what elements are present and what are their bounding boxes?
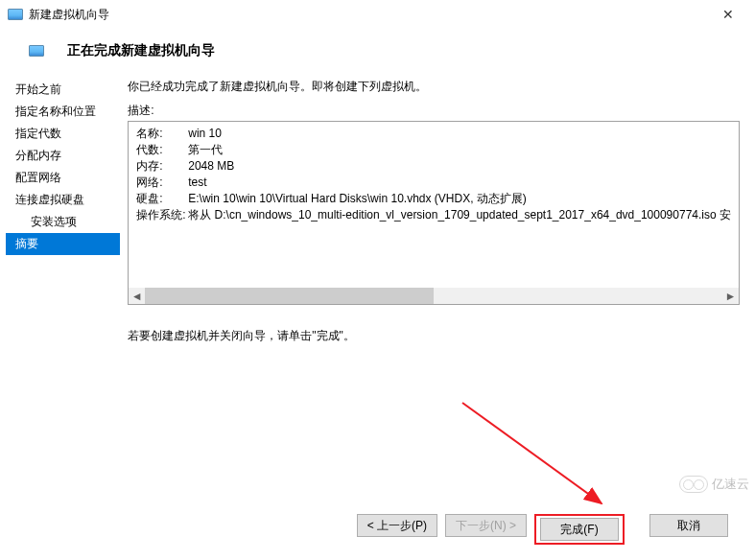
wizard-body: 开始之前 指定名称和位置 指定代数 分配内存 配置网络 连接虚拟硬盘 安装选项 …	[0, 73, 755, 533]
description-label: 描述:	[128, 103, 740, 119]
sidebar-item-before-begin[interactable]: 开始之前	[6, 79, 120, 101]
detail-label: 代数:	[136, 142, 188, 158]
scroll-track[interactable]	[145, 288, 722, 304]
sidebar-item-summary[interactable]: 摘要	[6, 233, 120, 255]
detail-row-os: 操作系统: 将从 D:\cn_windows_10_multi-edition_…	[136, 207, 731, 223]
detail-label: 内存:	[136, 158, 188, 175]
close-icon[interactable]: ✕	[709, 7, 747, 22]
wizard-header: 正在完成新建虚拟机向导	[0, 29, 755, 73]
scroll-left-arrow-icon[interactable]: ◄	[129, 288, 145, 304]
next-button: 下一步(N) >	[445, 514, 527, 537]
detail-row-name: 名称: win 10	[136, 126, 731, 142]
detail-label: 硬盘:	[136, 191, 188, 207]
sidebar-item-name-location[interactable]: 指定名称和位置	[6, 101, 120, 123]
detail-value: 2048 MB	[188, 158, 234, 175]
detail-value: 将从 D:\cn_windows_10_multi-edition_vl_ver…	[188, 207, 731, 223]
finish-button[interactable]: 完成(F)	[540, 518, 619, 541]
watermark-text: 亿速云	[712, 476, 749, 493]
detail-row-disk: 硬盘: E:\win 10\win 10\Virtual Hard Disks\…	[136, 191, 731, 207]
sidebar-item-install-options[interactable]: 安装选项	[6, 211, 120, 233]
previous-button[interactable]: < 上一步(P)	[357, 514, 437, 537]
watermark-logo-icon	[679, 476, 708, 493]
detail-value: test	[188, 175, 206, 191]
finish-button-highlight: 完成(F)	[534, 514, 625, 545]
sidebar-item-memory[interactable]: 分配内存	[6, 145, 120, 167]
detail-row-memory: 内存: 2048 MB	[136, 158, 731, 175]
detail-label: 操作系统:	[136, 207, 188, 223]
details-list: 名称: win 10 代数: 第一代 内存: 2048 MB 网络: test …	[129, 122, 739, 227]
intro-text: 你已经成功完成了新建虚拟机向导。即将创建下列虚拟机。	[128, 79, 740, 95]
window-title: 新建虚拟机向导	[29, 7, 709, 23]
detail-row-generation: 代数: 第一代	[136, 142, 731, 158]
sidebar-item-vhd[interactable]: 连接虚拟硬盘	[6, 189, 120, 211]
wizard-footer: < 上一步(P) 下一步(N) > 完成(F) 取消	[357, 514, 728, 545]
scroll-thumb[interactable]	[145, 288, 434, 304]
detail-value: E:\win 10\win 10\Virtual Hard Disks\win …	[188, 191, 527, 207]
detail-row-network: 网络: test	[136, 175, 731, 191]
app-icon	[8, 9, 23, 20]
titlebar: 新建虚拟机向导 ✕	[0, 0, 755, 29]
close-hint-text: 若要创建虚拟机并关闭向导，请单击"完成"。	[128, 328, 740, 344]
detail-label: 名称:	[136, 126, 188, 142]
sidebar-item-network[interactable]: 配置网络	[6, 167, 120, 189]
scroll-right-arrow-icon[interactable]: ►	[722, 288, 739, 304]
wizard-title: 正在完成新建虚拟机向导	[67, 42, 215, 59]
cancel-button[interactable]: 取消	[649, 514, 728, 537]
watermark: 亿速云	[679, 476, 749, 493]
detail-value: win 10	[188, 126, 222, 142]
detail-label: 网络:	[136, 175, 188, 191]
sidebar-item-generation[interactable]: 指定代数	[6, 123, 120, 145]
sidebar: 开始之前 指定名称和位置 指定代数 分配内存 配置网络 连接虚拟硬盘 安装选项 …	[6, 73, 120, 533]
wizard-icon	[29, 45, 44, 57]
horizontal-scrollbar[interactable]: ◄ ►	[129, 288, 739, 304]
details-box: 名称: win 10 代数: 第一代 内存: 2048 MB 网络: test …	[128, 121, 740, 305]
detail-value: 第一代	[188, 142, 223, 158]
content-panel: 你已经成功完成了新建虚拟机向导。即将创建下列虚拟机。 描述: 名称: win 1…	[120, 73, 755, 533]
